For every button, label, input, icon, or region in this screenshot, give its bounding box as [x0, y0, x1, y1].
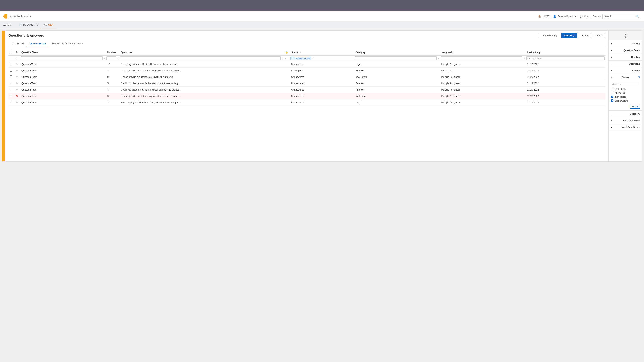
chat-link[interactable]: Chat — [584, 15, 589, 18]
row-team: Question Team — [22, 76, 37, 78]
table-row: ⚑ Question Team 4 Could you please provi… — [8, 87, 605, 93]
filter-questions-header[interactable]: › Questions — [609, 61, 642, 67]
row-question: According to the certificate of insuranc… — [121, 63, 179, 66]
team-filter-input[interactable] — [21, 56, 102, 60]
row-lock-cell — [284, 93, 290, 99]
new-faq-button[interactable]: New FAQ — [562, 33, 578, 38]
filter-closed-header[interactable]: › Closed — [609, 67, 642, 74]
row-status-cell: In Progress — [290, 67, 354, 74]
row-date: 11/29/2022 — [527, 76, 539, 78]
search-input[interactable] — [604, 15, 635, 18]
filter-priority-header[interactable]: › Priority — [609, 40, 642, 47]
filter-workflow-level-header[interactable]: › Workflow Level — [609, 117, 642, 124]
category-filter-input[interactable] — [354, 56, 436, 60]
lock-filter-icon[interactable]: ▽ — [284, 57, 286, 59]
row-checkbox[interactable] — [10, 82, 12, 84]
th-checkbox — [8, 49, 14, 56]
reset-status-button[interactable]: Reset — [630, 105, 640, 108]
row-assigned: Lou Grant — [441, 69, 452, 72]
sort-desc-icon[interactable]: ↓ — [541, 51, 542, 53]
status-active-filter-icon[interactable]: ▽ — [312, 57, 314, 60]
user-link[interactable]: Sueann Nivens — [558, 15, 573, 18]
number-filter-icon[interactable]: ▽ — [117, 57, 118, 60]
th-lock: 🔒 — [284, 49, 290, 56]
number-filter-input[interactable] — [106, 56, 116, 60]
row-checkbox[interactable] — [10, 95, 12, 97]
number-header-label: Number — [107, 51, 116, 54]
row-lock-cell — [284, 80, 290, 87]
row-flag-icon[interactable]: ⚑ — [16, 101, 18, 104]
assigned-filter-input[interactable] — [440, 56, 522, 60]
row-flag-icon[interactable]: ⚑ — [16, 95, 18, 98]
category-filter-icon[interactable]: ▽ — [438, 57, 439, 60]
row-date-cell: 11/29/2022 — [526, 99, 605, 106]
row-team-cell: Question Team — [20, 99, 106, 106]
question-filter-icon[interactable]: ▽ — [281, 57, 283, 60]
clear-filters-button[interactable]: Clear Filters (1) — [538, 33, 560, 38]
select-all-status-checkbox[interactable] — [611, 88, 614, 90]
logo-main: Datasite — [8, 15, 20, 18]
row-assigned: Multiple Assignees — [441, 82, 460, 85]
filter-section-workflow-group: › Workflow Group — [609, 124, 642, 131]
row-status: Unanswered — [291, 82, 304, 85]
row-assigned: Multiple Assignees — [441, 101, 460, 104]
tab-question-list[interactable]: Question List — [27, 40, 49, 47]
status-filter-badge[interactable]: (2) In Progress, Un — [290, 56, 311, 60]
row-category-cell: Finance — [354, 80, 440, 87]
home-link[interactable]: HOME — [542, 15, 550, 18]
filter-number-header[interactable]: › Number — [609, 54, 642, 60]
row-flag-icon[interactable]: ⚑ — [16, 75, 18, 79]
row-lock-cell — [284, 67, 290, 74]
flag-filter-icon[interactable]: ▽ — [15, 57, 16, 59]
answered-checkbox[interactable] — [611, 92, 614, 94]
row-flag-icon[interactable]: ⚑ — [16, 63, 18, 66]
row-flag-cell: ⚑ — [14, 87, 20, 93]
team-filter-icon[interactable]: ▽ — [103, 57, 105, 60]
row-number: 3 — [107, 95, 108, 97]
support-link[interactable]: Support — [593, 15, 601, 18]
row-flag-icon[interactable]: ⚑ — [16, 69, 18, 72]
row-checkbox[interactable] — [10, 75, 12, 78]
export-button[interactable]: Export — [579, 33, 592, 38]
row-checkbox[interactable] — [10, 63, 12, 65]
row-flag-icon[interactable]: ⚑ — [16, 88, 18, 91]
filter-category-header[interactable]: › Category — [609, 111, 642, 117]
chevron-down-status-icon: ∨ — [611, 76, 613, 79]
unanswered-checkbox[interactable] — [611, 99, 614, 102]
row-number: 10 — [107, 63, 110, 66]
content-area: Questions & Answers Clear Filters (1) Ne… — [5, 30, 608, 161]
filter-date-cell — [526, 56, 605, 61]
row-category: Marketing — [355, 95, 366, 97]
row-status: Unanswered — [291, 63, 304, 66]
row-flag-icon[interactable]: ⚑ — [16, 82, 18, 85]
question-team-filter-label: Question Team — [623, 49, 640, 52]
question-filter-input[interactable] — [120, 56, 280, 60]
row-checkbox[interactable] — [10, 101, 12, 103]
assigned-filter-icon[interactable]: ▽ — [523, 57, 525, 60]
row-date: 11/29/2022 — [527, 82, 539, 85]
filter-section-status: ∨ Status ▽ (Select All) Answered In Prog… — [609, 74, 642, 111]
select-all-checkbox[interactable] — [10, 51, 12, 53]
tab-dashboard[interactable]: Dashboard — [8, 40, 27, 47]
nav-tab-qa[interactable]: 💬 Q&A — [41, 22, 56, 28]
import-button[interactable]: Import — [593, 33, 605, 38]
table-row: ⚑ Question Team 10 According to the cert… — [8, 61, 605, 67]
filter-question-team-header[interactable]: › Question Team — [609, 47, 642, 54]
status-filter-icon[interactable]: ▼ — [299, 51, 301, 53]
th-last-activity: Last activity ↓ — [526, 49, 605, 56]
status-search-input[interactable] — [611, 82, 640, 86]
row-checkbox[interactable] — [10, 88, 12, 91]
in-progress-checkbox[interactable] — [611, 96, 614, 98]
filter-status-header[interactable]: ∨ Status ▽ — [609, 74, 642, 81]
header-search-box[interactable]: 🔍 — [602, 14, 641, 19]
category-filter-label: Category — [630, 113, 640, 115]
filter-workflow-group-header[interactable]: › Workflow Group — [609, 124, 642, 131]
row-checkbox[interactable] — [10, 69, 12, 72]
tab-faq[interactable]: Frequently Asked Questions — [49, 40, 87, 47]
row-date-cell: 11/29/2022 — [526, 93, 605, 99]
date-filter-input[interactable] — [526, 56, 604, 60]
row-team-cell: Question Team — [20, 74, 106, 80]
row-category-cell: Legal — [354, 99, 440, 106]
table-row: ⚑ Question Team 2 Have any legal claims … — [8, 99, 605, 106]
nav-tab-documents[interactable]: 📄 DOCUMENTS — [16, 22, 41, 28]
